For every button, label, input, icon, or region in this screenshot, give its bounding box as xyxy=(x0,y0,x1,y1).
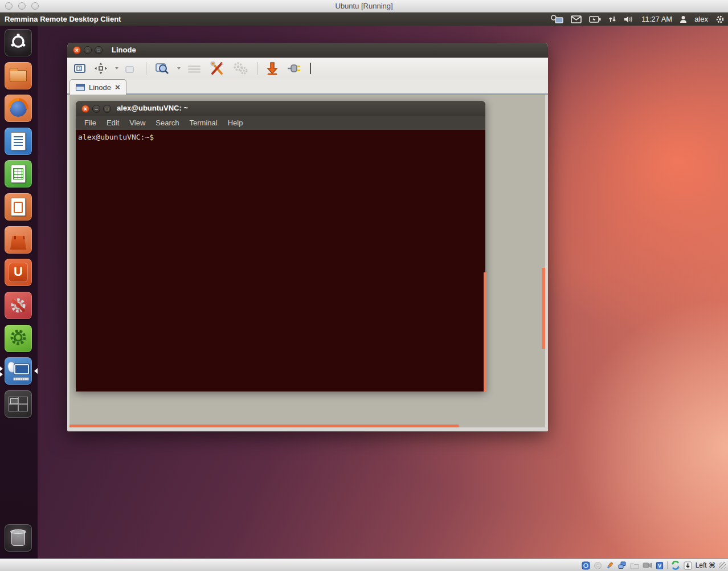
session-gear-icon[interactable] xyxy=(715,15,725,24)
volume-indicator-icon[interactable] xyxy=(624,15,634,23)
terminal-window-title: alex@ubuntuVNC: ~ xyxy=(117,101,188,116)
trash-icon xyxy=(11,531,25,546)
launcher-item-remmina[interactable] xyxy=(5,357,32,385)
resize-grip[interactable] xyxy=(719,562,726,569)
user-indicator-icon[interactable] xyxy=(680,15,687,23)
terminal-screen[interactable]: alex@ubuntuVNC:~$ xyxy=(76,130,485,391)
scaled-mode-options-caret[interactable] xyxy=(115,67,118,70)
calc-spreadsheet-icon xyxy=(11,165,26,183)
svg-text:1: 1 xyxy=(79,67,81,71)
toolbar-text-cursor xyxy=(310,63,311,74)
toggle-fullscreen-button[interactable]: 1 xyxy=(72,60,88,76)
tools-button[interactable] xyxy=(208,60,226,76)
mail-indicator-icon[interactable] xyxy=(571,15,582,23)
terminal-titlebar[interactable]: alex@ubuntuVNC: ~ xyxy=(76,101,485,116)
shell-prompt: alex@ubuntuVNC:~$ xyxy=(78,133,154,141)
zoom-button[interactable] xyxy=(153,60,171,76)
gears-icon xyxy=(232,62,248,75)
close-button[interactable] xyxy=(73,46,81,54)
remmina-window-controls xyxy=(73,46,103,54)
remmina-titlebar[interactable]: Linode xyxy=(67,43,548,58)
minimize-button[interactable] xyxy=(84,46,92,54)
optical-drives-icon[interactable] xyxy=(594,561,602,570)
terminal-minimize-button[interactable] xyxy=(92,105,100,113)
launcher-item-libreoffice-writer[interactable] xyxy=(5,128,32,155)
duplicate-icon xyxy=(125,63,137,74)
minimize-connection-button[interactable] xyxy=(264,60,280,76)
virtualization-features-icon[interactable]: V xyxy=(656,561,664,570)
keyboard-capture-icon[interactable] xyxy=(684,561,692,570)
menu-help[interactable]: Help xyxy=(223,116,248,130)
svg-text:V: V xyxy=(658,563,661,569)
launcher-item-dash-home[interactable] xyxy=(5,29,32,56)
remmina-window-title: Linode xyxy=(112,43,136,58)
grab-keyboard-button[interactable] xyxy=(185,60,203,76)
remote-desktop-indicator-icon[interactable] xyxy=(551,15,563,24)
launcher-item-software-center[interactable] xyxy=(5,226,32,254)
grab-keyboard-icon xyxy=(187,63,202,74)
gear-wrench-icon xyxy=(9,296,28,315)
remmina-focused-arrow xyxy=(34,368,38,374)
writer-document-icon xyxy=(11,132,26,150)
remote-desktop-view[interactable]: alex@ubuntuVNC: ~ File Edit View Search … xyxy=(69,95,545,427)
launcher-item-system-settings[interactable] xyxy=(5,292,32,319)
tab-close-icon[interactable] xyxy=(115,83,120,91)
menu-edit[interactable]: Edit xyxy=(101,116,124,130)
unity-launcher xyxy=(0,26,38,558)
usb-icon[interactable] xyxy=(606,561,614,570)
virtualbox-status-icons: V Left ⌘ xyxy=(582,559,726,571)
maximize-button[interactable] xyxy=(95,46,103,54)
launcher-item-libreoffice-calc[interactable] xyxy=(5,160,32,187)
plug-icon xyxy=(287,62,301,75)
username[interactable]: alex xyxy=(694,15,708,23)
terminal-maximize-button[interactable] xyxy=(103,105,111,113)
vnc-artifact-strip xyxy=(484,272,486,391)
launcher-item-workspace-switcher[interactable] xyxy=(5,390,32,418)
launcher-item-software-updater[interactable] xyxy=(5,325,32,352)
launcher-item-libreoffice-impress[interactable] xyxy=(5,193,32,221)
disconnect-button[interactable] xyxy=(285,60,303,76)
menu-view[interactable]: View xyxy=(124,116,150,130)
battery-indicator-icon[interactable] xyxy=(589,16,601,23)
menu-search[interactable]: Search xyxy=(150,116,184,130)
terminal-window-controls xyxy=(81,105,111,113)
host-key-label: Left ⌘ xyxy=(696,561,715,569)
mouse-integration-icon[interactable] xyxy=(671,561,680,570)
video-capture-icon[interactable] xyxy=(643,562,652,569)
clock[interactable]: 11:27 AM xyxy=(641,15,672,23)
network-traffic-indicator-icon[interactable] xyxy=(608,15,616,23)
updater-gear-icon xyxy=(9,328,28,349)
ubuntu-one-icon xyxy=(9,263,28,282)
shared-folders-icon[interactable] xyxy=(630,562,639,569)
ubuntu-top-panel: Remmina Remote Desktop Client 11:27 AM a… xyxy=(0,13,728,26)
remmina-tabbar: Linode xyxy=(67,78,548,95)
monitor-icon xyxy=(14,364,29,374)
tab-label: Linode xyxy=(89,83,111,92)
preferences-button[interactable] xyxy=(231,60,250,76)
host-window-titlebar: Ubuntu [Running] xyxy=(0,0,728,13)
vnc-artifact-strip-right xyxy=(542,268,545,349)
screen: Ubuntu [Running] Remmina Remote Desktop … xyxy=(0,0,728,571)
menu-file[interactable]: File xyxy=(79,116,101,130)
launcher-item-ubuntu-one[interactable] xyxy=(5,259,32,286)
zoom-options-caret[interactable] xyxy=(177,67,181,70)
network-icon[interactable] xyxy=(617,561,627,569)
scaled-mode-button[interactable] xyxy=(92,60,109,76)
vnc-artifact-strip-bottom xyxy=(69,425,459,427)
launcher-item-firefox[interactable] xyxy=(5,95,32,122)
host-window-title: Ubuntu [Running] xyxy=(0,0,728,13)
active-app-title[interactable]: Remmina Remote Desktop Client xyxy=(5,13,121,26)
menu-terminal[interactable]: Terminal xyxy=(185,116,223,130)
fullscreen-icon: 1 xyxy=(73,63,86,74)
orange-down-arrow-icon xyxy=(266,62,279,75)
scaled-mode-icon xyxy=(94,62,108,75)
impress-presentation-icon xyxy=(11,198,26,216)
launcher-item-trash[interactable] xyxy=(5,524,32,552)
launcher-item-files[interactable] xyxy=(5,62,32,89)
remote-terminal-window: alex@ubuntuVNC: ~ File Edit View Search … xyxy=(76,101,485,391)
hard-disks-icon[interactable] xyxy=(582,561,590,570)
terminal-close-button[interactable] xyxy=(81,105,89,113)
remmina-icon xyxy=(7,361,29,381)
duplicate-connection-button[interactable] xyxy=(123,60,139,76)
connection-tab-linode[interactable]: Linode xyxy=(69,79,126,95)
